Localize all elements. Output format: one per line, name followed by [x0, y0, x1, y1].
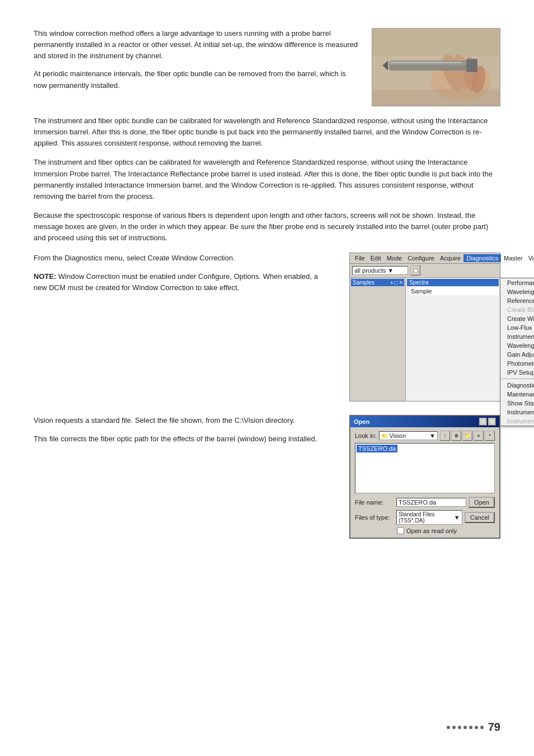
menu-separator-1 — [500, 379, 534, 379]
paragraph-1a: This window correction method offers a l… — [34, 28, 360, 62]
folder-icon: 📁 — [381, 433, 388, 439]
middle-text-block: From the Diagnostics menu, select Create… — [34, 253, 332, 402]
paragraph-3: The instrument and fiber optics can be c… — [34, 157, 500, 202]
look-in-row: Look in: 📁 Vision ▼ ↑ 🖥 📁 ≡ * — [355, 431, 495, 441]
dialog-question-btn[interactable]: ? — [479, 418, 487, 426]
nav-up-btn[interactable]: ↑ — [440, 431, 450, 441]
menu-file[interactable]: File — [352, 254, 368, 262]
readonly-checkbox[interactable] — [397, 527, 404, 534]
probe-illustration — [372, 29, 500, 106]
titlebar-buttons: ? × — [479, 418, 496, 426]
samples-bar: Samples ▪ □ × — [351, 279, 404, 286]
look-in-value: Vision — [390, 432, 406, 439]
menu-item-label: Wavelength Linearization — [507, 342, 534, 349]
dropdown-arrow: ▼ — [387, 267, 394, 274]
menu-acquire[interactable]: Acquire — [437, 254, 463, 262]
menu-item-maintenance-log[interactable]: Maintenance Log ▶ — [500, 390, 534, 399]
look-in-label: Look in: — [355, 432, 377, 439]
menu-item-wavelength-cert[interactable]: Wavelength Certification ▶ — [500, 287, 534, 296]
menu-item-reference-standard[interactable]: Reference Standard ▶ — [500, 296, 534, 305]
dot-4 — [463, 726, 467, 729]
menu-item-label: Maintenance Log — [507, 391, 534, 398]
filename-label: File name: — [355, 499, 394, 506]
menu-item-photometric-test[interactable]: Photometric Test — [500, 359, 534, 368]
menu-master[interactable]: Master — [501, 254, 526, 262]
menu-item-gain-adjust[interactable]: Gain Adjust — [500, 350, 534, 359]
spectra-bar: Spectra — [407, 279, 499, 286]
menu-edit[interactable]: Edit — [368, 254, 384, 262]
samples-label: Samples — [353, 279, 374, 286]
menu-item-low-flux[interactable]: Low-Flux Test — [500, 323, 534, 332]
svg-rect-12 — [373, 89, 500, 106]
open-dialog-screenshot: Open ? × Look in: 📁 Vision ▼ — [349, 415, 500, 539]
paragraph-2: The instrument and fiber optic bundle ca… — [34, 115, 500, 149]
menu-item-label: Reference Standard — [507, 297, 534, 304]
filename-input[interactable]: TSSZERO.da — [396, 498, 466, 507]
menu-item-performance-test[interactable]: Performance Test ▶ — [500, 278, 534, 287]
svg-rect-11 — [373, 29, 500, 56]
menu-item-label: Performance Test — [507, 279, 534, 286]
dialog-titlebar: Open ? × — [350, 416, 499, 427]
menu-toolbar: all products ▼ 📋 — [350, 264, 500, 278]
open-button[interactable]: Open — [469, 497, 495, 508]
file-list[interactable]: TSSZERO.da — [355, 443, 495, 493]
menu-item-label: Create Window Correction — [507, 315, 534, 322]
filetype-label: Files of type: — [355, 514, 394, 521]
menu-right-panel: Spectra Sample Performance Test ▶ Wavele… — [406, 278, 500, 401]
menu-item-label: Wavelength Certification — [507, 288, 534, 295]
menu-diagnostics[interactable]: Diagnostics — [463, 254, 501, 262]
svg-rect-8 — [466, 59, 477, 72]
cancel-button[interactable]: Cancel — [465, 512, 495, 523]
note-label: NOTE: — [34, 272, 56, 281]
menu-body: Samples ▪ □ × Spectra Sample Performance… — [350, 278, 500, 401]
dot-7 — [480, 726, 484, 729]
nav-newfolder-btn[interactable]: 📁 — [462, 431, 472, 441]
paragraph-4: Because the spectroscopic response of va… — [34, 210, 500, 244]
menu-mode[interactable]: Mode — [384, 254, 405, 262]
menu-item-wavelength-linear[interactable]: Wavelength Linearization — [500, 341, 534, 350]
menu-view[interactable]: View — [526, 254, 534, 262]
dialog-title: Open — [354, 418, 369, 425]
menu-item-label: Gain Adjust — [507, 351, 534, 358]
menu-item-label: Diagnostic Database — [507, 382, 534, 389]
paragraph-5a: From the Diagnostics menu, select Create… — [34, 253, 332, 264]
menu-item-instrument-cal: Instrument Calibration — [500, 417, 534, 426]
toolbar-icon-copy[interactable]: 📋 — [410, 265, 420, 276]
file-item-label: TSSZERO.da — [358, 445, 396, 452]
dot-1 — [447, 726, 450, 729]
page-number-area: 79 — [447, 721, 500, 734]
spectra-label: Spectra — [409, 279, 428, 286]
menu-item-label: Instrument Self Test — [507, 333, 534, 340]
file-item-tsszero[interactable]: TSSZERO.da — [357, 445, 397, 452]
bottom-text-block: Vision requests a standard file. Select … — [34, 415, 332, 539]
menu-bar: File Edit Mode Configure Acquire Diagnos… — [350, 253, 500, 264]
menu-item-ipv-setup[interactable]: IPV Setup — [500, 368, 534, 377]
menu-item-label: Photometric Test — [507, 360, 534, 367]
readonly-label: Open as read only — [406, 528, 457, 534]
page-dots — [447, 726, 484, 729]
menu-item-instrument-self-test[interactable]: Instrument Self Test — [500, 332, 534, 341]
menu-item-create-window[interactable]: Create Window Correction — [500, 314, 534, 323]
nav-view-btn[interactable]: ≡ — [474, 431, 484, 441]
readonly-checkbox-row: Open as read only — [355, 527, 495, 534]
menu-configure[interactable]: Configure — [405, 254, 437, 262]
menu-item-label: Create Blank Correction — [507, 306, 534, 313]
menu-item-instrument-config[interactable]: Instrument Configuration — [500, 408, 534, 417]
products-dropdown[interactable]: all products ▼ — [352, 266, 408, 275]
filetype-dropdown[interactable]: Standard Files (TSS*.DA) ▼ — [396, 510, 462, 525]
nav-tools-btn[interactable]: * — [485, 431, 495, 441]
paragraph-5b: NOTE: Window Correction must be enabled … — [34, 271, 332, 293]
menu-item-label: Instrument Configuration — [507, 409, 534, 416]
dot-6 — [475, 726, 478, 729]
dialog-toolbar-icons: ↑ 🖥 📁 ≡ * — [440, 431, 495, 441]
menu-item-show-status[interactable]: Show Status — [500, 399, 534, 408]
nav-desktop-btn[interactable]: 🖥 — [451, 431, 461, 441]
page-number: 79 — [488, 721, 500, 734]
look-in-dropdown[interactable]: 📁 Vision ▼ — [379, 431, 438, 440]
dot-3 — [458, 726, 461, 729]
menu-item-label: Low-Flux Test — [507, 324, 534, 331]
menu-item-diagnostic-db[interactable]: Diagnostic Database ▶ — [500, 381, 534, 390]
samples-controls: ▪ □ × — [391, 279, 402, 286]
dialog-close-btn[interactable]: × — [488, 418, 496, 426]
paragraph-1b: At periodic maintenance intervals, the f… — [34, 68, 360, 91]
